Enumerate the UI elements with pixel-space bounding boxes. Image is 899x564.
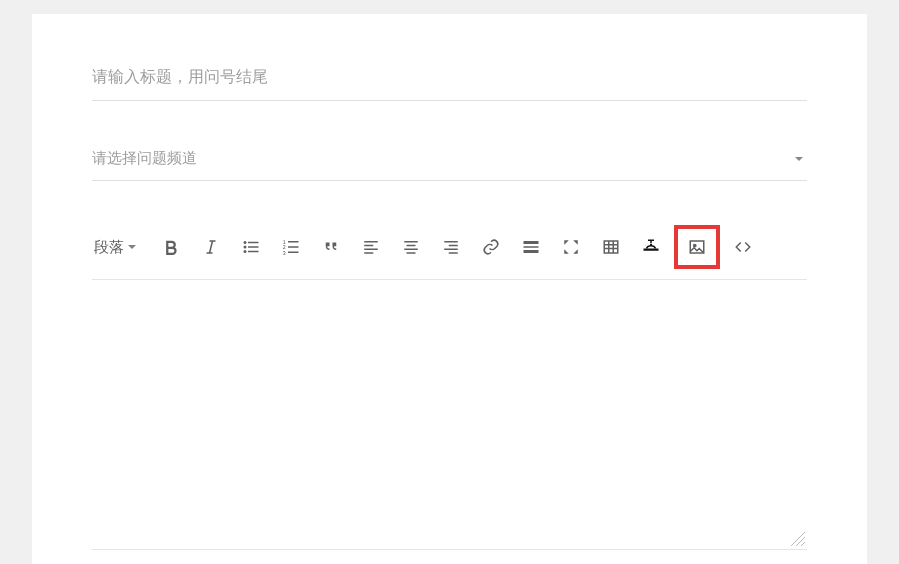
svg-rect-31 xyxy=(648,240,654,242)
table-button[interactable] xyxy=(594,230,628,264)
svg-rect-19 xyxy=(407,252,416,254)
svg-rect-17 xyxy=(407,245,416,247)
content-editor[interactable] xyxy=(92,288,807,508)
svg-rect-4 xyxy=(248,246,259,248)
svg-rect-3 xyxy=(248,242,259,244)
svg-rect-28 xyxy=(644,249,659,251)
code-icon xyxy=(734,238,752,256)
fullscreen-icon xyxy=(562,238,580,256)
align-right-button[interactable] xyxy=(434,230,468,264)
hide-button[interactable] xyxy=(634,230,668,264)
editor-toolbar: 段落 123 xyxy=(92,225,807,280)
svg-rect-5 xyxy=(248,251,259,253)
svg-point-33 xyxy=(694,244,696,246)
caret-down-icon xyxy=(128,245,136,249)
svg-rect-26 xyxy=(524,250,539,253)
unordered-list-icon xyxy=(242,238,260,256)
ordered-list-icon: 123 xyxy=(282,238,300,256)
svg-rect-23 xyxy=(449,252,458,254)
svg-rect-27 xyxy=(604,241,618,253)
image-icon xyxy=(688,238,706,256)
svg-rect-18 xyxy=(404,249,418,251)
italic-icon xyxy=(202,238,220,256)
blockquote-button[interactable] xyxy=(314,230,348,264)
svg-rect-10 xyxy=(288,246,299,248)
format-dropdown-label: 段落 xyxy=(94,238,124,257)
align-center-icon xyxy=(402,238,420,256)
blockquote-icon xyxy=(322,238,340,256)
unordered-list-button[interactable] xyxy=(234,230,268,264)
hide-icon xyxy=(642,238,660,256)
italic-button[interactable] xyxy=(194,230,228,264)
align-center-button[interactable] xyxy=(394,230,428,264)
svg-rect-24 xyxy=(524,241,539,244)
svg-point-1 xyxy=(244,246,247,249)
fullscreen-button[interactable] xyxy=(554,230,588,264)
bold-button[interactable] xyxy=(154,230,188,264)
channel-select-wrap: 请选择问题频道 xyxy=(92,101,807,181)
svg-rect-11 xyxy=(288,252,299,254)
horizontal-rule-icon xyxy=(522,238,540,256)
align-left-button[interactable] xyxy=(354,230,388,264)
svg-rect-12 xyxy=(364,241,378,243)
format-dropdown[interactable]: 段落 xyxy=(92,234,142,261)
svg-rect-21 xyxy=(449,245,458,247)
align-right-icon xyxy=(442,238,460,256)
svg-point-29 xyxy=(650,244,652,246)
svg-point-2 xyxy=(244,250,247,253)
align-left-icon xyxy=(362,238,380,256)
svg-rect-15 xyxy=(364,252,373,254)
title-input[interactable] xyxy=(92,54,807,101)
link-icon xyxy=(482,238,500,256)
svg-text:3: 3 xyxy=(283,250,286,256)
horizontal-rule-button[interactable] xyxy=(514,230,548,264)
svg-rect-9 xyxy=(288,241,299,243)
editor-bottom-divider xyxy=(92,549,807,550)
code-button[interactable] xyxy=(726,230,760,264)
svg-rect-22 xyxy=(444,249,458,251)
table-icon xyxy=(602,238,620,256)
svg-rect-14 xyxy=(364,249,378,251)
link-button[interactable] xyxy=(474,230,508,264)
svg-rect-25 xyxy=(524,246,539,248)
bold-icon xyxy=(162,238,180,256)
svg-rect-16 xyxy=(404,241,418,243)
channel-select[interactable]: 请选择问题频道 xyxy=(92,135,807,181)
svg-rect-13 xyxy=(364,245,373,247)
image-button[interactable] xyxy=(674,225,720,269)
resize-handle[interactable] xyxy=(791,532,805,546)
editor-card: 请选择问题频道 段落 123 xyxy=(32,14,867,564)
svg-point-0 xyxy=(244,241,247,244)
svg-rect-20 xyxy=(444,241,458,243)
ordered-list-button[interactable]: 123 xyxy=(274,230,308,264)
